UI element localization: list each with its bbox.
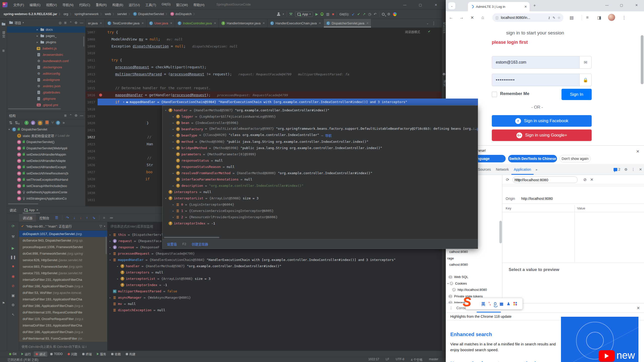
custom-properties-link[interactable]: New section for custom properties in: [450, 361, 539, 362]
refresh-icon[interactable]: ⟳: [506, 177, 509, 182]
storage-tree-row[interactable]: rage: [446, 255, 454, 261]
editor-tab[interactable]: C HandlerExecutionChain.java✕: [268, 19, 324, 27]
tab-close-icon[interactable]: ✕: [263, 22, 265, 25]
side-panel-icon[interactable]: ◨: [597, 15, 601, 20]
sogou-mic-icon[interactable]: [494, 302, 496, 305]
breadcrumb-item[interactable]: servlet〉: [117, 12, 133, 16]
translate-icon[interactable]: ✎: [552, 16, 555, 20]
sogou-punctuation-icon[interactable]: ’,: [489, 301, 491, 306]
variable-row[interactable]: ▸ f interceptorList = {ArrayList@5988} s…: [115, 276, 442, 282]
mute-breakpoints-icon[interactable]: ⊘: [7, 284, 19, 288]
switch-chinese-button[interactable]: Switch DevTools to Chinese: [508, 155, 557, 162]
toolwindow-button[interactable]: 调试: [34, 351, 47, 357]
code-line[interactable]: 1014: [86, 78, 442, 85]
debug-session-tab[interactable]: App ✕: [23, 206, 40, 213]
stack-frame-row[interactable]: doFilter:166, ApplicationFilterChain (or…: [19, 329, 107, 335]
run-config-selector[interactable]: App▾: [295, 12, 313, 17]
code-line[interactable]: 1008 ModelAndView mv = null;mv: null: [86, 36, 442, 43]
popup-tree-row[interactable]: ▸ f description = "org.example.controlle…: [173, 183, 478, 189]
menu-item[interactable]: 文件(F): [11, 2, 26, 8]
bookmarks-toolwindow-icon[interactable]: ⚑: [0, 301, 7, 305]
whats-new-image[interactable]: new: [561, 317, 638, 362]
popup-tree-row[interactable]: f interfaceParameterAnnotations = null: [173, 176, 478, 183]
resume-icon[interactable]: ▶: [7, 246, 19, 250]
coverage-button[interactable]: ▥: [326, 12, 329, 16]
sort-alpha-icon[interactable]: ⇅ₐ: [15, 120, 19, 125]
rollback-button[interactable]: ↶: [374, 12, 377, 16]
maven-toolwindow-tab[interactable]: Maven: [442, 22, 446, 34]
thread-filter-icon[interactable]: ▽: [99, 224, 102, 228]
password-key-icon[interactable]: ⚷: [548, 16, 550, 20]
code-line[interactable]: 1015 // Determine handler for the curren…: [86, 84, 442, 92]
variable-row[interactable]: ▸ processedRequest = {RequestFacade@4799…: [107, 250, 442, 257]
git-update-button[interactable]: ↙: [352, 12, 355, 16]
dont-show-again-button[interactable]: Don't show again: [559, 155, 591, 162]
expand-all-icon[interactable]: ≣: [64, 21, 67, 25]
toolwindow-button[interactable]: TODO: [48, 352, 64, 356]
history-button[interactable]: ◷: [368, 12, 371, 16]
devtools-tab[interactable]: Network: [493, 164, 511, 175]
project-tree-row[interactable]: .browserslistrc: [7, 52, 85, 58]
create-renderer-link[interactable]: 创建呈现器: [192, 242, 208, 246]
popup-tree-row[interactable]: f responseStatus = null: [173, 157, 478, 164]
popup-hscrollbar[interactable]: [164, 237, 219, 238]
editor-tab[interactable]: C User.java✕: [147, 19, 175, 27]
toolwindow-button[interactable]: 运行: [19, 351, 33, 357]
panel-settings-icon[interactable]: ⚙: [74, 114, 77, 117]
sidebar-vscrollbar[interactable]: [499, 221, 502, 243]
variable-row[interactable]: ▸ f handler = {HandlerMethod@5987} "org.…: [115, 263, 442, 269]
debug-settings-wrench-icon[interactable]: ⚒: [7, 235, 19, 239]
structure-tree-row[interactable]: m initStrategies(ApplicationCo: [7, 195, 85, 202]
browser-minimize-button[interactable]: —: [601, 0, 613, 10]
filter-properties-icon[interactable]: p: [31, 121, 35, 125]
thread-selector[interactable]: ✔ "http-nio-80..." "main": 正在运行 ▽ ▾: [19, 222, 107, 231]
breadcrumb-item[interactable]: C DispatcherServlet〉: [133, 12, 170, 16]
stack-frame-row[interactable]: doFilter:119, OncePerRequestFilter (org.…: [19, 315, 107, 322]
status-item[interactable]: 1022:17: [368, 357, 379, 362]
filter-fields-icon[interactable]: f: [38, 121, 42, 125]
popup-tree-row[interactable]: ▸ f resolvedFromHandlerMethod = {Handler…: [173, 170, 478, 176]
stack-frame-row[interactable]: internalDoFilter:193, ApplicationFilterC…: [19, 322, 107, 329]
stop-button[interactable]: ■: [332, 12, 334, 16]
structure-toolwindow-icon[interactable]: ≣: [0, 49, 7, 53]
project-tree-row[interactable]: ▸ plugins: [7, 39, 85, 45]
editor-tab[interactable]: er.java✕: [86, 19, 105, 27]
sogou-keyboard-icon[interactable]: ▦: [500, 301, 503, 306]
new-tab-icon[interactable]: +: [533, 3, 536, 8]
console-tab[interactable]: 控制台: [36, 214, 53, 222]
menu-item[interactable]: 运行(U): [127, 2, 142, 8]
youtube-play-icon[interactable]: [599, 350, 615, 362]
evaluate-expression-icon[interactable]: ⌗: [103, 216, 105, 220]
sogou-skin-icon[interactable]: ♟: [507, 301, 510, 306]
collapse-all-icon[interactable]: ⌃: [69, 21, 72, 25]
structure-tree-row[interactable]: m DispatcherServlet(): [7, 139, 85, 145]
git-commit-button[interactable]: ✔: [357, 12, 360, 16]
menu-item[interactable]: 重构(R): [93, 2, 109, 8]
breadcrumb-item[interactable]: web〉: [105, 12, 117, 16]
devtools-settings-icon[interactable]: ⚙: [624, 167, 628, 171]
ide-close-button[interactable]: ✕: [430, 0, 442, 10]
force-step-into-icon[interactable]: ↓: [80, 216, 82, 220]
enhanced-search-link[interactable]: Enhanced search: [450, 332, 492, 337]
toolwindow-button[interactable]: 依赖: [109, 351, 123, 357]
value-column-header[interactable]: Value: [577, 206, 585, 210]
status-item[interactable]: LF: [386, 357, 389, 362]
page-scrollbar[interactable]: [641, 35, 643, 84]
project-tree-row[interactable]: ▸ docs: [7, 26, 85, 33]
google-login-button[interactable]: G+ Sign in using Google+: [492, 129, 592, 141]
sign-in-button[interactable]: Sign In: [561, 89, 592, 100]
code-line[interactable]: 1012 processedRequest = checkMultipart(r…: [86, 64, 442, 71]
stack-frame-row[interactable]: doService:943, DispatcherServlet (org.sp…: [19, 237, 107, 244]
banner-close-icon[interactable]: ✕: [636, 149, 639, 154]
panel-settings-icon[interactable]: ⚙: [74, 21, 77, 25]
popup-tree-row[interactable]: ▸ 0 = {LoginInterceptor@6004}: [173, 201, 478, 208]
project-hscrollbar[interactable]: [8, 108, 61, 109]
filter-visibility-icon[interactable]: O: [56, 121, 60, 125]
toolwindow-button[interactable]: 构建: [124, 351, 137, 357]
project-tree-row[interactable]: ⚙ .bundlewatch.conf: [7, 58, 85, 64]
sort-visibility-icon[interactable]: ⇅: [9, 120, 12, 125]
tab-close-icon[interactable]: ✕: [524, 5, 527, 9]
menu-item[interactable]: 视图(V): [44, 2, 59, 8]
view-breakpoints-icon[interactable]: ◉: [7, 274, 19, 278]
project-tree-row[interactable]: ▸ pages_: [7, 33, 85, 39]
